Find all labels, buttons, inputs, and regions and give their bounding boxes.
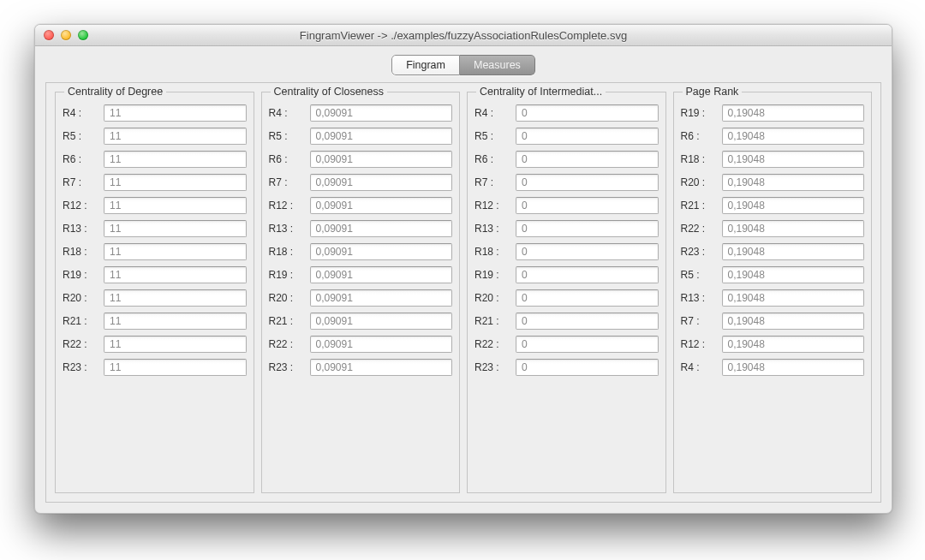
metric-value-field[interactable]: 0,09091 [310, 266, 453, 283]
metric-value-field[interactable]: 0,19048 [722, 313, 865, 330]
metric-label: R6 : [269, 153, 310, 165]
metric-value-field[interactable]: 0,09091 [310, 128, 453, 145]
metric-row: R6 :0,09091 [269, 151, 453, 168]
metric-value-field[interactable]: 0,19048 [722, 197, 865, 214]
metric-value-field[interactable]: 0 [516, 128, 659, 145]
metric-row: R7 :0,09091 [269, 174, 453, 191]
metric-value-field[interactable]: 0,19048 [722, 104, 865, 122]
window-controls [35, 30, 88, 40]
metric-label: R13 : [269, 223, 310, 235]
metric-value-field[interactable]: 0,19048 [722, 266, 865, 283]
metric-row: R23 :0,19048 [681, 243, 865, 260]
metric-value-field[interactable]: 0,19048 [722, 336, 865, 353]
metric-row: R21 :0,09091 [269, 313, 453, 330]
metric-value-field[interactable]: 0 [516, 104, 659, 122]
metric-row: R23 :11 [63, 359, 247, 376]
metric-value-field[interactable]: 11 [104, 197, 247, 214]
metric-row: R13 :11 [63, 220, 247, 237]
metric-value-field[interactable]: 0 [516, 220, 659, 237]
metric-value-field[interactable]: 0 [516, 243, 659, 260]
window-title: FingramViewer -> ./examples/fuzzyAssocia… [35, 29, 892, 42]
metric-label: R20 : [681, 176, 722, 188]
metric-value-field[interactable]: 0 [516, 266, 659, 283]
metric-row: R22 :0,09091 [269, 336, 453, 353]
metric-value-field[interactable]: 0,09091 [310, 313, 453, 330]
tab-bar: Fingram Measures [45, 55, 881, 75]
measures-panel: Centrality of Degree R4 :11R5 :11R6 :11R… [45, 82, 881, 503]
metric-value-field[interactable]: 11 [104, 128, 247, 145]
metric-label: R7 : [269, 176, 310, 188]
metric-label: R12 : [681, 338, 722, 350]
metric-value-field[interactable]: 0 [516, 359, 659, 376]
metric-row: R13 :0 [474, 220, 659, 237]
metric-label: R5 : [269, 130, 310, 142]
metric-value-field[interactable]: 0 [516, 151, 659, 168]
metric-value-field[interactable]: 0,09091 [310, 220, 453, 237]
metric-value-field[interactable]: 11 [104, 313, 247, 330]
metric-label: R12 : [269, 200, 310, 211]
metric-value-field[interactable]: 0,09091 [310, 197, 453, 214]
metric-value-field[interactable]: 0,09091 [310, 243, 453, 260]
metric-value-field[interactable]: 0,19048 [722, 174, 865, 191]
metric-value-field[interactable]: 11 [104, 289, 247, 307]
metric-row: R20 :0,09091 [269, 289, 453, 307]
metric-label: R4 : [63, 107, 104, 119]
metric-value-field[interactable]: 0 [516, 313, 659, 330]
metric-label: R6 : [474, 153, 516, 165]
metric-value-field[interactable]: 0,19048 [722, 151, 865, 168]
metric-label: R4 : [474, 107, 516, 119]
metric-row: R5 :0 [474, 128, 659, 145]
metric-label: R21 : [681, 200, 722, 211]
group-title: Centrality of Degree [64, 86, 166, 98]
metric-value-field[interactable]: 0,09091 [310, 359, 453, 376]
metric-value-field[interactable]: 0,19048 [722, 243, 865, 260]
metric-label: R21 : [269, 315, 310, 327]
group-title: Centrality of Closeness [271, 86, 388, 98]
metric-value-field[interactable]: 0,09091 [310, 336, 453, 353]
metric-label: R20 : [63, 292, 104, 304]
metric-label: R5 : [63, 130, 104, 142]
tab-fingram[interactable]: Fingram [391, 55, 460, 75]
metric-label: R22 : [681, 223, 722, 235]
metric-value-field[interactable]: 11 [104, 243, 247, 260]
metric-value-field[interactable]: 11 [104, 174, 247, 191]
metric-row: R12 :0,19048 [681, 336, 865, 353]
metric-value-field[interactable]: 0,09091 [310, 174, 453, 191]
metric-label: R22 : [63, 338, 104, 350]
metric-row: R13 :0,19048 [681, 289, 865, 307]
metric-value-field[interactable]: 0,09091 [310, 289, 453, 307]
zoom-icon[interactable] [78, 30, 88, 40]
metric-value-field[interactable]: 0,09091 [310, 104, 453, 122]
metric-value-field[interactable]: 11 [104, 359, 247, 376]
minimize-icon[interactable] [61, 30, 71, 40]
metric-value-field[interactable]: 11 [104, 151, 247, 168]
metric-row: R7 :0,19048 [681, 313, 865, 330]
metric-label: R23 : [63, 361, 104, 373]
metric-value-field[interactable]: 11 [104, 104, 247, 122]
metric-value-field[interactable]: 0 [516, 197, 659, 214]
metric-row: R12 :0 [474, 197, 659, 214]
metric-row: R12 :0,09091 [269, 197, 453, 214]
metric-value-field[interactable]: 0 [516, 289, 659, 307]
metric-row: R18 :11 [63, 243, 247, 260]
metric-value-field[interactable]: 0,19048 [722, 359, 865, 376]
metric-value-field[interactable]: 0,19048 [722, 289, 865, 307]
metric-row: R7 :0 [474, 174, 659, 191]
metric-label: R20 : [269, 292, 310, 304]
group-page-rank: Page Rank R19 :0,19048R6 :0,19048R18 :0,… [673, 92, 873, 493]
tab-measures[interactable]: Measures [460, 55, 535, 75]
metric-value-field[interactable]: 0 [516, 174, 659, 191]
metric-value-field[interactable]: 0,09091 [310, 151, 453, 168]
metric-label: R18 : [63, 246, 104, 258]
close-icon[interactable] [44, 30, 54, 40]
metric-value-field[interactable]: 11 [104, 220, 247, 237]
metric-label: R18 : [474, 246, 516, 258]
metric-label: R18 : [269, 246, 310, 258]
metric-value-field[interactable]: 0,19048 [722, 128, 865, 145]
metric-value-field[interactable]: 11 [104, 266, 247, 283]
metric-value-field[interactable]: 11 [104, 336, 247, 353]
metric-row: R18 :0,09091 [269, 243, 453, 260]
metric-row: R4 :0 [474, 104, 659, 122]
metric-value-field[interactable]: 0,19048 [722, 220, 865, 237]
metric-value-field[interactable]: 0 [516, 336, 659, 353]
